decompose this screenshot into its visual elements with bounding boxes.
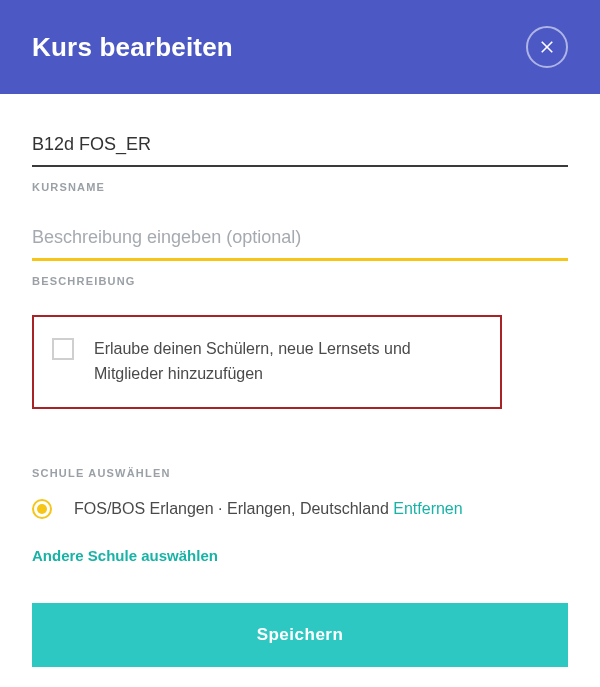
description-field: BESCHREIBUNG: [32, 221, 568, 287]
school-section-label: SCHULE AUSWÄHLEN: [32, 467, 568, 479]
coursename-label: KURSNAME: [32, 181, 568, 193]
coursename-input[interactable]: [32, 128, 568, 167]
description-input[interactable]: [32, 221, 568, 261]
permission-box: Erlaube deinen Schülern, neue Lernsets u…: [32, 315, 502, 409]
permission-text: Erlaube deinen Schülern, neue Lernsets u…: [94, 337, 482, 387]
close-icon: [538, 38, 556, 56]
modal-header: Kurs bearbeiten: [0, 0, 600, 94]
modal-title: Kurs bearbeiten: [32, 32, 233, 63]
close-button[interactable]: [526, 26, 568, 68]
description-label: BESCHREIBUNG: [32, 275, 568, 287]
school-name: FOS/BOS Erlangen · Erlangen, Deutschland: [74, 500, 393, 517]
school-text: FOS/BOS Erlangen · Erlangen, Deutschland…: [74, 500, 463, 518]
radio-dot-icon: [37, 504, 47, 514]
save-button[interactable]: Speichern: [32, 603, 568, 667]
coursename-field: KURSNAME: [32, 128, 568, 193]
permission-checkbox[interactable]: [52, 338, 74, 360]
remove-school-link[interactable]: Entfernen: [393, 500, 462, 517]
school-radio[interactable]: [32, 499, 52, 519]
other-school-link[interactable]: Andere Schule auswählen: [32, 547, 218, 564]
edit-course-modal: Kurs bearbeiten KURSNAME BESCHREIBUNG Er…: [0, 0, 600, 687]
school-row: FOS/BOS Erlangen · Erlangen, Deutschland…: [32, 499, 568, 519]
modal-body: KURSNAME BESCHREIBUNG Erlaube deinen Sch…: [0, 94, 600, 687]
